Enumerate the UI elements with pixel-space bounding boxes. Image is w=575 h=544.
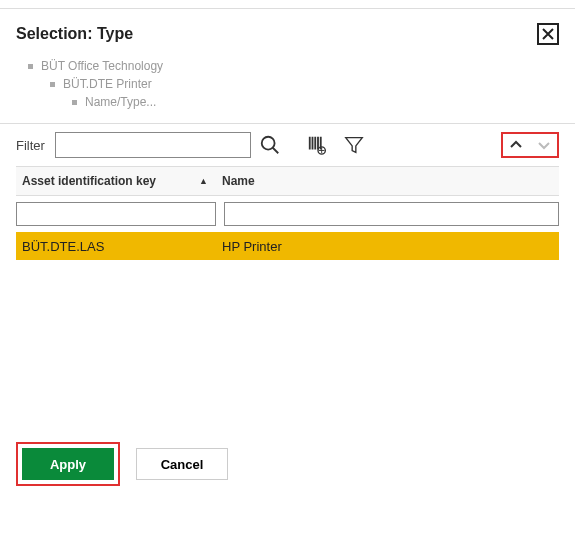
- column-filter-key[interactable]: [16, 202, 216, 226]
- filter-bar: Filter: [0, 124, 575, 166]
- search-icon: [259, 134, 281, 156]
- tree-item-label: BÜT.DTE Printer: [63, 77, 152, 91]
- tree-item[interactable]: Name/Type...: [28, 93, 559, 111]
- chevron-up-icon: [509, 138, 523, 152]
- column-header-label: Name: [222, 174, 255, 188]
- results-grid: Asset identification key ▲ Name BÜT.DTE.…: [0, 166, 575, 432]
- selection-dialog: Selection: Type BÜT Office Technology BÜ…: [0, 8, 575, 504]
- sort-asc-icon: ▲: [199, 176, 208, 186]
- cancel-button[interactable]: Cancel: [136, 448, 228, 480]
- filter-button[interactable]: [341, 132, 367, 158]
- grid-header: Asset identification key ▲ Name: [16, 166, 559, 196]
- chevron-down-icon: [537, 138, 551, 152]
- funnel-icon: [343, 134, 365, 156]
- column-filter-name[interactable]: [224, 202, 559, 226]
- filter-input[interactable]: [55, 132, 251, 158]
- search-button[interactable]: [257, 132, 283, 158]
- expand-collapse-group: [501, 132, 559, 158]
- cell-name: HP Printer: [216, 239, 559, 254]
- filter-label: Filter: [16, 138, 45, 153]
- collapse-button[interactable]: [507, 136, 525, 154]
- column-header-label: Asset identification key: [22, 174, 156, 188]
- dialog-title: Selection: Type: [16, 25, 133, 43]
- barcode-icon: [307, 134, 329, 156]
- close-icon: [542, 28, 554, 40]
- grid-filter-row: [16, 196, 559, 232]
- barcode-settings-button[interactable]: [305, 132, 331, 158]
- apply-button[interactable]: Apply: [22, 448, 114, 480]
- close-button[interactable]: [537, 23, 559, 45]
- tree-item[interactable]: BÜT.DTE Printer: [28, 75, 559, 93]
- dialog-footer: Apply Cancel: [0, 432, 575, 504]
- apply-highlight: Apply: [16, 442, 120, 486]
- grid-body: BÜT.DTE.LAS HP Printer: [16, 232, 559, 432]
- tree-item-label: BÜT Office Technology: [41, 59, 163, 73]
- expand-button[interactable]: [535, 136, 553, 154]
- bullet-icon: [72, 100, 77, 105]
- svg-point-0: [262, 137, 275, 150]
- type-tree: BÜT Office Technology BÜT.DTE Printer Na…: [0, 57, 575, 123]
- bullet-icon: [50, 82, 55, 87]
- tree-item[interactable]: BÜT Office Technology: [28, 57, 559, 75]
- bullet-icon: [28, 64, 33, 69]
- dialog-header: Selection: Type: [0, 9, 575, 57]
- tree-item-label: Name/Type...: [85, 95, 156, 109]
- column-header-key[interactable]: Asset identification key ▲: [16, 174, 216, 188]
- table-row[interactable]: BÜT.DTE.LAS HP Printer: [16, 232, 559, 260]
- cell-key: BÜT.DTE.LAS: [16, 239, 216, 254]
- column-header-name[interactable]: Name: [216, 174, 559, 188]
